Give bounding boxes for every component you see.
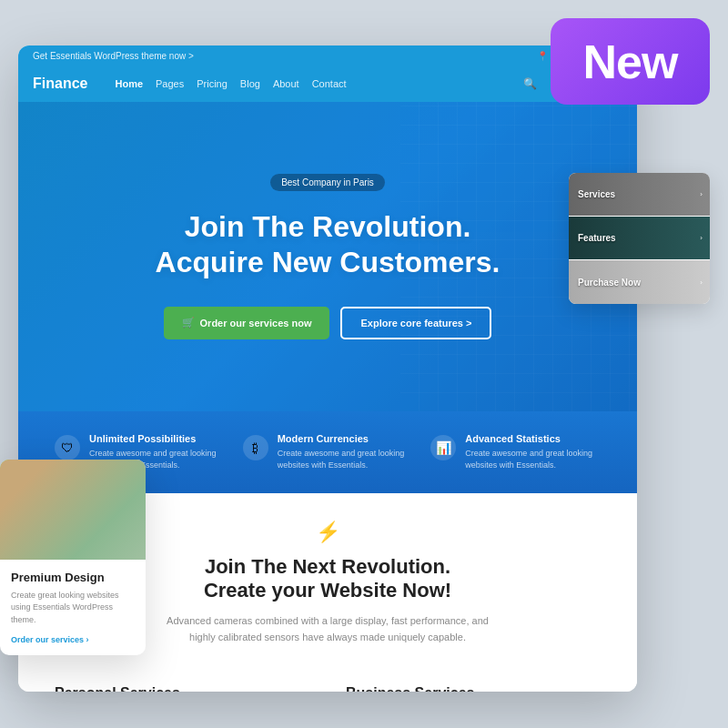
search-icon[interactable]: 🔍: [523, 77, 537, 90]
hero-title: Join The Revolution. Acquire New Custome…: [156, 209, 500, 279]
nav-link-pricing[interactable]: Pricing: [197, 78, 228, 89]
feature-desc-2: Create awesome and great looking website…: [465, 448, 601, 470]
nav-link-blog[interactable]: Blog: [240, 78, 260, 89]
nav-link-home[interactable]: Home: [115, 78, 143, 89]
panel-purchase-arrow: ›: [700, 278, 710, 287]
nav-link-about[interactable]: About: [273, 78, 299, 89]
explore-features-button[interactable]: Explore core features >: [340, 307, 491, 339]
content-title-line1: Join The Next Revolution.: [205, 555, 450, 578]
card-img-overlay: [0, 460, 146, 560]
currency-icon: ₿: [243, 435, 268, 460]
feature-title-0: Unlimited Possibilities: [89, 433, 225, 444]
feature-item-1: ₿ Modern Currencies Create awesome and g…: [234, 433, 422, 470]
panel-item-features[interactable]: Features ›: [569, 217, 710, 260]
service-title-0: Personal Services: [55, 685, 309, 692]
panel-item-services[interactable]: Services ›: [569, 173, 710, 217]
left-floating-card: Premium Design Create great looking webs…: [0, 460, 146, 656]
top-banner-left: Get Essentials WordPress theme now >: [33, 51, 194, 61]
nav-logo[interactable]: Finance: [33, 76, 87, 92]
feature-desc-1: Create awesome and great looking website…: [278, 448, 413, 470]
panel-features-label: Features: [569, 233, 625, 243]
service-title-1: Business Services: [346, 685, 601, 692]
nav-links: Home Pages Pricing Blog About Contact: [115, 78, 505, 89]
new-badge-text: New: [583, 35, 678, 89]
order-services-button[interactable]: 🛒 Order our services now: [164, 307, 330, 339]
panel-item-purchase[interactable]: Purchase Now ›: [569, 260, 710, 304]
feature-content-1: Modern Currencies Create awesome and gre…: [278, 433, 413, 470]
hero-badge: Best Company in Paris: [270, 174, 385, 191]
nav-link-pages[interactable]: Pages: [156, 78, 184, 89]
feature-content-2: Advanced Statistics Create awesome and g…: [465, 433, 601, 470]
feature-title-2: Advanced Statistics: [465, 433, 601, 444]
panel-services-arrow: ›: [700, 190, 710, 198]
unlimited-icon: 🛡: [55, 435, 80, 460]
panel-features-arrow: ›: [700, 234, 710, 242]
panel-purchase-label: Purchase Now: [569, 278, 650, 288]
content-desc: Advanced cameras combined with a large d…: [155, 613, 500, 645]
cart-icon: 🛒: [182, 317, 195, 329]
feature-title-1: Modern Currencies: [278, 433, 413, 444]
left-card-content: Premium Design Create great looking webs…: [0, 560, 146, 656]
hero-title-line1: Join The Revolution.: [185, 210, 471, 243]
panel-card: Services › Features › Purchase Now ›: [569, 173, 710, 304]
stats-icon: 📊: [430, 435, 456, 460]
left-card-desc: Create great looking websites using Esse…: [11, 590, 135, 627]
service-col-0: Personal Services Fast performance, and …: [55, 685, 309, 692]
left-card-link[interactable]: Order our services ›: [11, 635, 135, 644]
panel-services-label: Services: [569, 189, 624, 199]
top-banner: Get Essentials WordPress theme now > 📍 L…: [18, 46, 637, 66]
service-col-1: Business Services Fast performance, and …: [346, 685, 601, 692]
top-banner-promo[interactable]: Get Essentials WordPress theme now >: [33, 51, 194, 61]
services-row: Personal Services Fast performance, and …: [18, 685, 637, 692]
right-panel: Services › Features › Purchase Now ›: [569, 173, 710, 304]
nav-link-contact[interactable]: Contact: [312, 78, 347, 89]
order-services-label: Order our services now: [200, 318, 312, 329]
hero-buttons: 🛒 Order our services now Explore core fe…: [164, 307, 492, 339]
left-card-title: Premium Design: [11, 571, 135, 584]
hero-title-line2: Acquire New Customers.: [156, 246, 500, 278]
hero-section: Best Company in Paris Join The Revolutio…: [18, 102, 637, 411]
content-title-line2: Create your Website Now!: [204, 579, 451, 602]
left-card-image: [0, 460, 146, 560]
feature-item-2: 📊 Advanced Statistics Create awesome and…: [421, 433, 610, 470]
navbar: Finance Home Pages Pricing Blog About Co…: [18, 66, 637, 102]
new-badge: New: [551, 18, 710, 105]
